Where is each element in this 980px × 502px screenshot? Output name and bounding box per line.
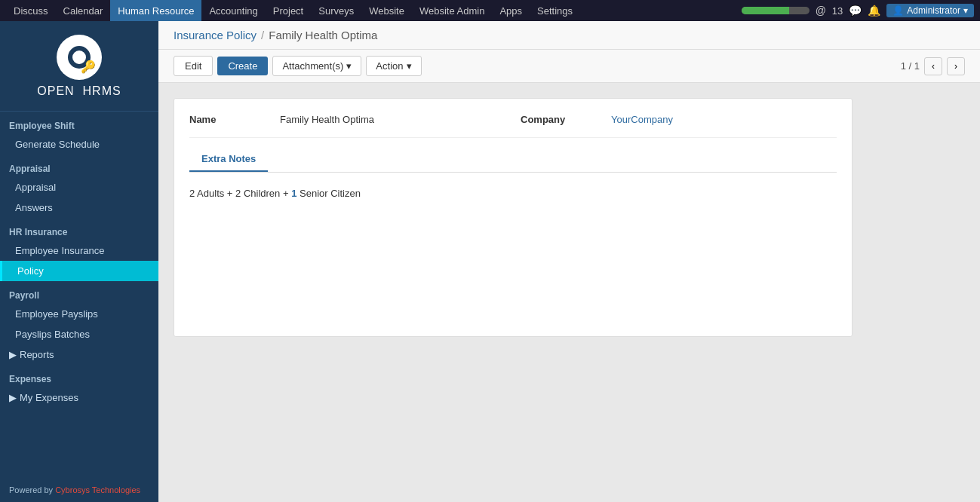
sidebar: 🔑 OPEN HRMS Employee Shift Generate Sche…	[0, 21, 158, 502]
footer-brand-link[interactable]: Cybrosys Technologies	[55, 485, 140, 494]
logo-key-icon: 🔑	[81, 60, 96, 74]
logo-text: OPEN HRMS	[37, 84, 121, 98]
nav-human-resource[interactable]: Human Resource	[110, 0, 201, 21]
sidebar-item-generate-schedule[interactable]: Generate Schedule	[0, 134, 158, 155]
breadcrumb: Insurance Policy / Family Health Optima	[158, 21, 980, 50]
admin-avatar: 👤	[892, 5, 904, 16]
reports-label: Reports	[20, 349, 54, 360]
sidebar-section-payroll: Payroll	[0, 281, 158, 304]
sidebar-item-appraisal[interactable]: Appraisal	[0, 177, 158, 197]
admin-label: Administrator	[907, 5, 960, 16]
action-label: Action	[376, 60, 403, 72]
sidebar-footer: Powered by Cybrosys Technologies	[0, 478, 158, 502]
form-name-row: Name Family Health Optima Company YourCo…	[189, 114, 837, 125]
nav-accounting[interactable]: Accounting	[201, 0, 265, 21]
nav-project[interactable]: Project	[266, 0, 311, 21]
toolbar: Edit Create Attachment(s) ▾ Action ▾ 1 /…	[158, 50, 980, 83]
bell-icon[interactable]: 🔔	[868, 5, 880, 17]
reports-arrow-icon: ▶	[9, 349, 17, 360]
nav-calendar[interactable]: Calendar	[56, 0, 111, 21]
progress-bar-fill	[742, 7, 789, 14]
company-value[interactable]: YourCompany	[611, 114, 837, 125]
company-label: Company	[521, 114, 596, 125]
sidebar-section-appraisal: Appraisal	[0, 155, 158, 177]
pagination-prev[interactable]: ‹	[924, 57, 942, 75]
pagination-next[interactable]: ›	[947, 57, 965, 75]
sidebar-item-policy[interactable]: Policy	[0, 261, 158, 281]
my-expenses-arrow-icon: ▶	[9, 392, 17, 403]
notes-spacer	[189, 208, 837, 321]
sidebar-section-expenses: Expenses	[0, 365, 158, 387]
top-navigation: Discuss Calendar Human Resource Accounti…	[0, 0, 980, 21]
breadcrumb-separator: /	[261, 29, 264, 41]
sidebar-item-answers[interactable]: Answers	[0, 197, 158, 218]
nav-surveys[interactable]: Surveys	[311, 0, 361, 21]
breadcrumb-current: Family Health Optima	[269, 29, 377, 41]
admin-chevron-icon: ▾	[963, 5, 968, 16]
name-label: Name	[189, 114, 265, 125]
chat-icon[interactable]: 💬	[849, 5, 862, 17]
notes-content: 2 Adults + 2 Children + 1 Senior Citizen	[189, 180, 837, 208]
breadcrumb-parent[interactable]: Insurance Policy	[174, 29, 257, 41]
tabs-row: Extra Notes	[189, 147, 837, 173]
attachments-chevron-icon: ▾	[346, 60, 352, 72]
sidebar-logo: 🔑 OPEN HRMS	[0, 21, 158, 112]
tab-extra-notes[interactable]: Extra Notes	[189, 147, 268, 172]
logo-open: OPEN	[37, 84, 74, 97]
nav-discuss[interactable]: Discuss	[6, 0, 56, 21]
my-expenses-label: My Expenses	[20, 392, 78, 403]
form-card: Name Family Health Optima Company YourCo…	[174, 98, 853, 337]
logo-hrms: HRMS	[83, 84, 121, 97]
pagination: 1 / 1 ‹ ›	[901, 57, 965, 75]
nav-settings[interactable]: Settings	[530, 0, 580, 21]
edit-button[interactable]: Edit	[174, 56, 213, 76]
name-value: Family Health Optima	[280, 114, 505, 125]
main-layout: 🔑 OPEN HRMS Employee Shift Generate Sche…	[0, 21, 980, 502]
progress-bar	[742, 7, 809, 14]
action-button[interactable]: Action ▾	[366, 56, 421, 76]
nav-website[interactable]: Website	[361, 0, 412, 21]
notes-adults-text: 2 Adults + 2 Children +	[189, 188, 291, 199]
form-divider	[189, 137, 837, 138]
content-area: Insurance Policy / Family Health Optima …	[158, 21, 980, 502]
sidebar-item-employee-insurance[interactable]: Employee Insurance	[0, 240, 158, 261]
at-icon: @	[816, 5, 826, 17]
admin-menu[interactable]: 👤 Administrator ▾	[886, 4, 974, 17]
attachments-label: Attachment(s)	[282, 60, 343, 72]
notes-senior-text: Senior Citizen	[296, 188, 361, 199]
nav-website-admin[interactable]: Website Admin	[412, 0, 492, 21]
pagination-text: 1 / 1	[901, 60, 920, 72]
sidebar-item-employee-payslips[interactable]: Employee Payslips	[0, 304, 158, 324]
top-nav-right: @ 13 💬 🔔 👤 Administrator ▾	[742, 4, 974, 17]
logo-circle: 🔑	[57, 35, 102, 80]
footer-powered-text: Powered by	[9, 485, 53, 494]
action-chevron-icon: ▾	[407, 60, 412, 72]
attachments-button[interactable]: Attachment(s) ▾	[272, 56, 361, 76]
sidebar-item-my-expenses[interactable]: ▶ My Expenses	[0, 387, 158, 408]
main-content: Name Family Health Optima Company YourCo…	[158, 83, 980, 502]
notification-count: 13	[832, 5, 843, 17]
sidebar-item-reports[interactable]: ▶ Reports	[0, 344, 158, 365]
create-button[interactable]: Create	[217, 57, 268, 75]
sidebar-section-hr-insurance: HR Insurance	[0, 218, 158, 240]
sidebar-section-employee-shift: Employee Shift	[0, 112, 158, 134]
nav-apps[interactable]: Apps	[492, 0, 530, 21]
sidebar-item-payslips-batches[interactable]: Payslips Batches	[0, 324, 158, 344]
